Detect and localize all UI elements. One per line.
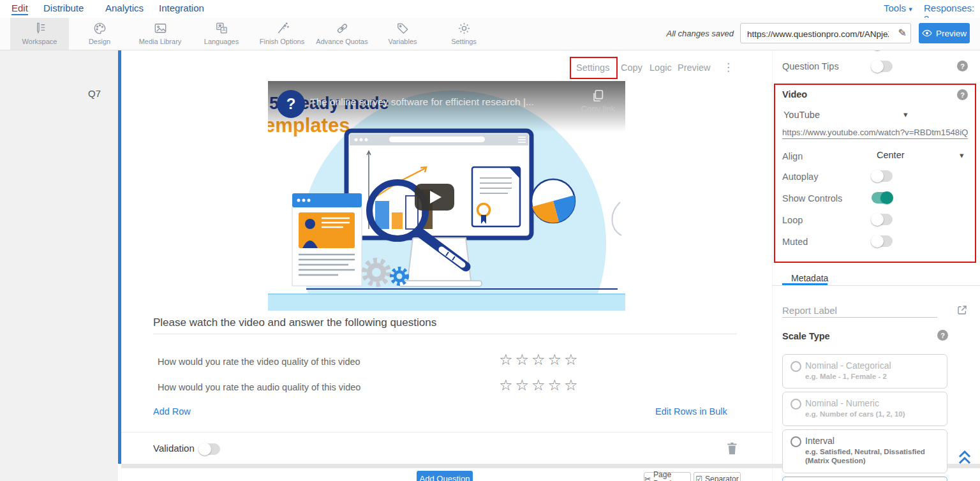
video-player[interactable]: 50 ready made emplates (268, 81, 625, 311)
align-label: Align (782, 151, 803, 161)
star-icon[interactable]: ☆ (531, 376, 548, 394)
more-options-dots-icon[interactable]: ⋮ (723, 61, 734, 74)
page-break-button[interactable]: ✂ Page Break (644, 472, 691, 481)
copy-link-label: Copy link (581, 104, 615, 114)
settings-gear-icon (457, 21, 471, 36)
question-prompt[interactable]: Please watch the video and answer the fo… (153, 316, 436, 329)
loop-toggle[interactable] (872, 214, 893, 225)
scale-option-nominal-numeric[interactable]: Nominal - Numeric e.g. Number of cars (1… (782, 392, 947, 426)
video-url-input[interactable] (782, 126, 968, 139)
star-icon[interactable]: ☆ (564, 351, 581, 368)
survey-url-input[interactable] (746, 24, 890, 43)
scale-option-example: e.g. Satisfied, Neutral, Dissatisfied (M… (805, 447, 940, 465)
align-value[interactable]: Center (877, 150, 905, 160)
scale-option-interval[interactable]: Interval e.g. Satisfied, Neutral, Dissat… (782, 429, 947, 473)
scale-option-label: Interval (805, 436, 835, 446)
advance-quotas-links-icon (335, 21, 350, 36)
edit-url-pencil-icon[interactable]: ✎ (898, 27, 907, 39)
scale-option-partial[interactable] (782, 477, 947, 481)
question-tab-copy[interactable]: Copy (621, 63, 642, 73)
collapse-panel-chevrons-icon[interactable] (957, 449, 972, 466)
star-icon[interactable]: ☆ (516, 351, 532, 368)
video-title[interactable]: The online survey software for efficient… (310, 96, 534, 108)
toolbar-workspace[interactable]: Workspace (10, 18, 69, 50)
radio-icon[interactable] (791, 436, 801, 447)
star-icon[interactable]: ☆ (531, 351, 548, 368)
toolbar: Workspace Design Media Library A Languag… (0, 18, 980, 50)
scale-type-help-icon[interactable]: ? (937, 330, 948, 341)
metadata-tab[interactable]: Metadata (791, 273, 828, 283)
edit-rows-in-bulk-link[interactable]: Edit Rows in Bulk (655, 406, 727, 417)
languages-icon: A (214, 21, 229, 36)
toolbar-media-library[interactable]: Media Library (131, 18, 189, 50)
video-provider-select[interactable]: YouTube (783, 110, 820, 120)
question-tab-preview[interactable]: Preview (678, 63, 711, 73)
top-nav: Edit Distribute Analytics Integration To… (0, 0, 980, 18)
validation-toggle[interactable] (199, 443, 220, 455)
question-tab-logic[interactable]: Logic (650, 63, 672, 73)
question-tips-toggle[interactable] (872, 61, 893, 72)
delete-question-trash-icon[interactable] (725, 441, 738, 455)
toolbar-media-library-label: Media Library (131, 38, 189, 45)
prompt-divider (153, 334, 737, 334)
play-button[interactable] (415, 184, 454, 211)
scissors-icon: ✂ (644, 475, 651, 481)
tools-menu[interactable]: Tools ▾ (884, 3, 912, 13)
star-icon[interactable]: ☆ (499, 351, 516, 368)
channel-logo[interactable]: ? (277, 90, 305, 118)
toolbar-design[interactable]: Design (70, 18, 129, 50)
toolbar-variables[interactable]: Variables (373, 18, 432, 50)
toolbar-advance-quotas[interactable]: Advance Quotas (313, 18, 371, 50)
toolbar-languages[interactable]: A Languages (192, 18, 251, 50)
matrix-row-2-label[interactable]: How would you rate the audio quality of … (158, 382, 360, 392)
section-divider (121, 432, 772, 433)
matrix-row-1-label[interactable]: How would you rate the video quality of … (158, 357, 360, 367)
report-label-input[interactable] (782, 304, 937, 318)
star-icon[interactable]: ☆ (548, 351, 565, 368)
panel-divider (772, 50, 773, 481)
scale-type-title: Scale Type (782, 331, 830, 341)
matrix-row-2-rating: ☆☆☆☆☆ (499, 378, 581, 393)
copy-link-button[interactable]: Copy link (581, 89, 615, 114)
questionpro-edit-screen: ? Edit Distribute Analytics Integration … (0, 0, 980, 481)
separator-label: Separator (705, 475, 739, 481)
radio-icon[interactable] (791, 399, 801, 410)
star-icon[interactable]: ☆ (564, 376, 581, 394)
muted-toggle[interactable] (872, 235, 893, 247)
provider-caret-down-icon[interactable]: ▾ (903, 110, 908, 119)
scale-option-example: e.g. Number of cars (1, 2, 10) (805, 410, 940, 418)
star-icon[interactable]: ☆ (516, 376, 532, 394)
toolbar-settings-label: Settings (434, 38, 493, 45)
scale-option-label: Nominal - Categorical (805, 360, 891, 371)
question-tab-settings[interactable]: Settings (576, 63, 609, 73)
variables-tag-icon (396, 21, 410, 36)
workspace-icon (33, 21, 47, 36)
nav-tab-integration[interactable]: Integration (159, 3, 204, 13)
star-icon[interactable]: ☆ (499, 376, 516, 394)
nav-tab-edit[interactable]: Edit (11, 3, 28, 15)
svg-text:A: A (222, 27, 226, 33)
show-controls-label: Show Controls (782, 193, 842, 204)
star-icon[interactable]: ☆ (548, 376, 565, 394)
add-row-link[interactable]: Add Row (153, 406, 191, 417)
scale-option-nominal-categorical[interactable]: Nominal - Categorical e.g. Male - 1, Fem… (782, 354, 947, 389)
toolbar-finish-options[interactable]: Finish Options (253, 18, 311, 50)
media-library-icon (153, 21, 168, 36)
align-caret-down-icon[interactable]: ▾ (960, 151, 964, 160)
sidebar-question-q7[interactable]: Q7 (88, 88, 101, 99)
add-question-button[interactable]: Add Question (417, 471, 473, 481)
autoplay-toggle[interactable] (872, 170, 893, 182)
nav-tab-analytics[interactable]: Analytics (105, 3, 144, 13)
tools-label: Tools (884, 3, 906, 13)
separator-button[interactable]: ☑ Separator (694, 472, 741, 481)
preview-button[interactable]: Preview (919, 23, 970, 43)
question-tips-help-icon[interactable]: ? (957, 61, 968, 71)
external-link-icon[interactable] (956, 304, 968, 316)
toolbar-settings[interactable]: Settings (434, 18, 493, 50)
show-controls-toggle[interactable] (872, 192, 893, 204)
matrix-row-1-rating: ☆☆☆☆☆ (499, 352, 581, 367)
video-help-icon[interactable]: ? (957, 89, 968, 100)
question-tips-label: Question Tips (782, 61, 839, 71)
radio-icon[interactable] (791, 361, 801, 372)
nav-tab-distribute[interactable]: Distribute (43, 3, 84, 13)
